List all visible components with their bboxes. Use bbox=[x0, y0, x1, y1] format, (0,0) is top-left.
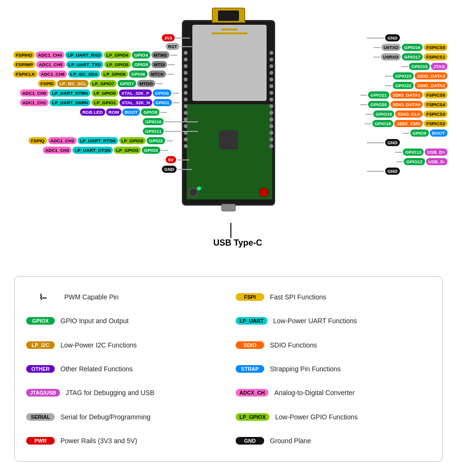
legend-adc: ADCX_CH Analog-to-Digital Converter bbox=[236, 387, 431, 398]
legend-gpio-label: GPIO Input and Output bbox=[60, 317, 129, 325]
pin-gpio2-row: FSPIQ ADC1_CH2 LP_UART_RTSN LP_GPIO2 GPI… bbox=[29, 137, 173, 144]
pin-gpio1-row: ADC1_CH1 LP_UART_DSRN LP_GPIO1 XTAL_32K_… bbox=[20, 99, 179, 106]
legend-fspi: FSPI Fast SPI Functions bbox=[236, 291, 431, 303]
legend-strap-badge: STRAP bbox=[236, 365, 264, 373]
legend-pwm: ⌇— PWM Capable Pin bbox=[26, 291, 221, 304]
legend-lp-i2c: LP_I2C Low-Power I2C Functions bbox=[26, 339, 221, 351]
pin-gpio17-row: FSPICS1 GPIO17 U0RXD bbox=[373, 53, 447, 60]
legend-other-label: Other Related Functions bbox=[60, 365, 133, 373]
pin-gpio9-row: BOOT GPIO9 bbox=[403, 129, 448, 137]
legend-pwr: PWR Power Rails (3V3 and 5V) bbox=[26, 435, 221, 446]
legend-adc-badge: ADCX_CH bbox=[236, 389, 268, 397]
pin-gnd-right3: GND bbox=[367, 168, 400, 175]
pin-gpio23-row: SDIO_DATA3 GPIO23 bbox=[385, 72, 447, 79]
legend-jtag-badge: JTAG/USB bbox=[26, 389, 60, 397]
usb-type-c-label: USB Type-C bbox=[213, 238, 262, 248]
legend-lp-uart-badge: LP_UART bbox=[236, 317, 268, 325]
legend-lp-gpio: LP_GPIOX Low-Power GPIO Functions bbox=[236, 411, 431, 423]
legend-fspi-badge: FSPI bbox=[236, 293, 264, 301]
legend-adc-label: Analog-to-Digital Converter bbox=[274, 389, 355, 397]
pin-gnd-right2: GND bbox=[367, 139, 400, 146]
legend-sdio-badge: SDIO bbox=[236, 341, 264, 349]
antenna bbox=[212, 8, 245, 23]
pin-gpio21-row: FSPICS5 SDIO_DATA1 GPIO21 bbox=[360, 91, 447, 99]
legend-pwr-badge: PWR bbox=[26, 437, 55, 445]
pin-gpio15-row: JTAG GPIO15 bbox=[401, 63, 447, 70]
pin-gpio22-row: SDIO_DATA2 GPIO22 bbox=[385, 82, 447, 89]
pin-gpio11-row: GPIO11 bbox=[143, 128, 198, 135]
legend-pwr-label: Power Rails (3V3 and 5V) bbox=[60, 437, 137, 445]
legend: ⌇— PWM Capable Pin FSPI Fast SPI Functio… bbox=[14, 276, 443, 462]
esp32-board bbox=[182, 20, 275, 206]
pin-gpio6-row: FSPICLK ADC1_CH6 LP_I2C_SDA LP_GPIO6 GPI… bbox=[13, 70, 174, 78]
legend-sdio: SDIO SDIO Functions bbox=[236, 339, 431, 351]
pin-gpio0-row: ADC1_CH0 LP_UART_DTRN LP_GPIO0 XTAL_32K_… bbox=[20, 89, 179, 97]
legend-gpio: GPIOX GPIO Input and Output bbox=[26, 315, 221, 327]
pin-gpio5-row: FSPIWP ADC1_CH5 LP_UART_TXD LP_GPIO5 GPI… bbox=[13, 61, 175, 68]
legend-gpio-badge: GPIOX bbox=[26, 317, 55, 325]
legend-gnd: GND Ground Plane bbox=[236, 435, 431, 446]
legend-lp-gpio-badge: LP_GPIOX bbox=[236, 413, 269, 421]
legend-other-badge: OTHER bbox=[26, 365, 55, 373]
pin-gpio8-row: RGB LED ROM BOOT GPIO8 bbox=[80, 109, 167, 116]
pin-gpio3-row: ADC1_CH3 LP_UART_CTSN LP_GPIO3 GPIO3 bbox=[43, 147, 168, 154]
legend-strap-label: Strapping Pin Functions bbox=[270, 365, 341, 373]
legend-pwm-label: PWM Capable Pin bbox=[64, 293, 119, 301]
pinout-diagram: USB Type-C 3V3 RST FSPIHD ADC1_CH4 LP_UA… bbox=[0, 0, 457, 267]
legend-lp-i2c-badge: LP_I2C bbox=[26, 341, 55, 349]
pin-gpio20-row: FSPICS4 SDIO_DATA0 GPIO20 bbox=[360, 101, 447, 108]
pin-gpio13-row: USB_D+ GPIO13 bbox=[395, 149, 447, 156]
legend-fspi-label: Fast SPI Functions bbox=[270, 293, 326, 301]
legend-strap: STRAP Strapping Pin Functions bbox=[236, 363, 431, 375]
pin-rst: RST bbox=[166, 43, 193, 50]
usb-connector-line bbox=[230, 223, 231, 238]
pwm-symbol: ⌇— bbox=[26, 293, 59, 302]
pin-gnd-left: GND bbox=[162, 166, 192, 173]
legend-jtag-label: JTAG for Debugging and USB bbox=[66, 389, 155, 397]
pin-gnd-right-top: GND bbox=[367, 34, 400, 41]
legend-jtag: JTAG/USB JTAG for Debugging and USB bbox=[26, 387, 221, 398]
pin-gpio18-row: FSPICS2 SDIO_CMD GPIO18 bbox=[365, 120, 447, 127]
antenna-notch bbox=[218, 10, 239, 21]
legend-lp-gpio-label: Low-Power GPIO Functions bbox=[275, 413, 358, 421]
pin-gpio10-row: GPIO10 bbox=[143, 118, 198, 125]
legend-lp-uart: LP_UART Low-Power UART Functions bbox=[236, 315, 431, 327]
legend-lp-uart-label: Low-Power UART Functions bbox=[273, 317, 357, 325]
pin-gpio19-row: FSPICS3 SDIO_CLK GPIO19 bbox=[366, 110, 447, 118]
legend-serial-badge: SERIAL bbox=[26, 413, 55, 421]
legend-other: OTHER Other Related Functions bbox=[26, 363, 221, 375]
legend-gnd-label: Ground Plane bbox=[270, 437, 311, 445]
pin-gpio7-row: FSPID LP_I2C_SCL LP_GPIO7 GPIO7 MTDO bbox=[38, 80, 163, 87]
pin-gpio16-row: FSPICS0 GPIO16 U0TXD bbox=[374, 44, 447, 51]
legend-sdio-label: SDIO Functions bbox=[270, 341, 317, 349]
legend-lp-i2c-label: Low-Power I2C Functions bbox=[60, 341, 137, 349]
legend-serial: SERIAL Serial for Debug/Programming bbox=[26, 411, 221, 423]
legend-gnd-badge: GND bbox=[236, 437, 264, 445]
legend-serial-label: Serial for Debug/Programming bbox=[60, 413, 150, 421]
pin-5v: 5V bbox=[166, 156, 189, 163]
pin-gpio4-row: FSPIHD ADC1_CH4 LP_UART_RXD LP_GPIO4 GPI… bbox=[13, 51, 177, 59]
pin-3v3: 3V3 bbox=[162, 34, 190, 41]
pin-gpio12-row: USB_D- GPIO12 bbox=[396, 158, 447, 165]
